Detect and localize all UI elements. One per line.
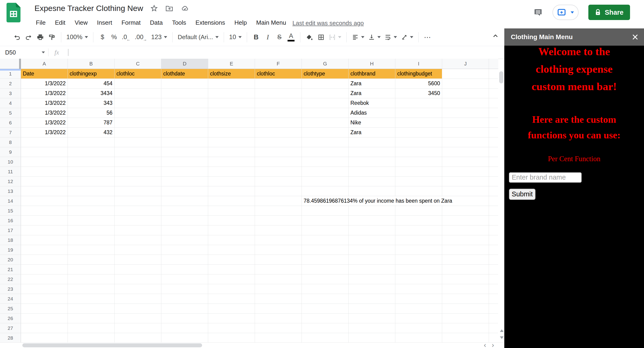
cell-B18[interactable] [68,235,114,245]
cell-D1[interactable]: clothdate [161,69,208,79]
cell-E19[interactable] [208,245,255,255]
cell-B6[interactable]: 787 [68,118,114,128]
cell-D2[interactable] [161,79,208,89]
cell-I24[interactable] [395,294,442,304]
column-header-partial[interactable] [489,59,498,69]
cell-B3[interactable]: 3434 [68,89,114,98]
cell-partial-22[interactable] [489,274,498,284]
cell-I8[interactable] [395,137,442,147]
cell-F20[interactable] [255,255,302,265]
cell-partial-6[interactable] [489,118,498,128]
scroll-down-button[interactable] [500,336,504,339]
cell-I28[interactable] [395,333,442,342]
cell-I3[interactable]: 3450 [395,89,442,98]
cell-C26[interactable] [114,313,161,323]
cell-A20[interactable] [21,255,68,265]
cell-C1[interactable]: clothloc [114,69,161,79]
cell-D6[interactable] [161,118,208,128]
cell-partial-9[interactable] [489,147,498,157]
scroll-right-button[interactable]: › [492,341,494,348]
cell-partial-15[interactable] [489,206,498,216]
cell-partial-3[interactable] [489,89,498,98]
gutter-resize-handle[interactable] [19,59,21,69]
cell-F16[interactable] [255,216,302,225]
cell-J20[interactable] [442,255,489,265]
cell-partial-8[interactable] [489,137,498,147]
cell-F1[interactable]: clothloc [255,69,302,79]
menu-item-view[interactable]: View [73,18,90,27]
cell-D3[interactable] [161,89,208,98]
cell-F4[interactable] [255,98,302,108]
cell-A25[interactable] [21,304,68,313]
cell-C15[interactable] [114,206,161,216]
menu-item-file[interactable]: File [34,18,48,27]
cell-B25[interactable] [68,304,114,313]
cell-A12[interactable] [21,177,68,186]
cell-J6[interactable] [442,118,489,128]
column-header-i[interactable]: I [395,59,442,69]
row-header-22[interactable]: 22 [0,274,21,284]
cell-F22[interactable] [255,274,302,284]
cell-A2[interactable]: 1/3/2022 [21,79,68,89]
cell-H28[interactable] [348,333,395,342]
cell-C21[interactable] [114,265,161,274]
cell-partial-18[interactable] [489,235,498,245]
cell-J21[interactable] [442,265,489,274]
cell-B10[interactable] [68,157,114,167]
borders-button[interactable] [315,31,327,44]
menu-item-edit[interactable]: Edit [53,18,67,27]
cell-E9[interactable] [208,147,255,157]
cell-partial-27[interactable] [489,323,498,333]
cell-G19[interactable] [302,245,348,255]
column-header-d[interactable]: D [161,59,208,69]
cell-partial-20[interactable] [489,255,498,265]
cell-B9[interactable] [68,147,114,157]
cell-D10[interactable] [161,157,208,167]
cell-D18[interactable] [161,235,208,245]
cell-G1[interactable]: clothtype [302,69,348,79]
cell-J12[interactable] [442,177,489,186]
cell-F9[interactable] [255,147,302,157]
cell-B12[interactable] [68,177,114,186]
row-header-12[interactable]: 12 [0,177,21,186]
cell-partial-11[interactable] [489,167,498,177]
row-header-15[interactable]: 15 [0,206,21,216]
cell-H3[interactable]: Zara [348,89,395,98]
cell-partial-5[interactable] [489,108,498,118]
cell-B23[interactable] [68,284,114,294]
cell-I6[interactable] [395,118,442,128]
cell-A23[interactable] [21,284,68,294]
cell-B15[interactable] [68,206,114,216]
cell-D12[interactable] [161,177,208,186]
cell-H6[interactable]: Nike [348,118,395,128]
cell-F17[interactable] [255,225,302,235]
cell-F25[interactable] [255,304,302,313]
row-header-24[interactable]: 24 [0,294,21,304]
column-header-g[interactable]: G [302,59,348,69]
scroll-up-button[interactable] [500,329,504,332]
cell-B2[interactable]: 454 [68,79,114,89]
row-header-23[interactable]: 23 [0,284,21,294]
cell-G12[interactable] [302,177,348,186]
cell-H2[interactable]: Zara [348,79,395,89]
cell-D7[interactable] [161,128,208,137]
cell-A15[interactable] [21,206,68,216]
cell-A10[interactable] [21,157,68,167]
cell-E12[interactable] [208,177,255,186]
cell-A22[interactable] [21,274,68,284]
row-header-2[interactable]: 2 [0,79,21,89]
cell-B21[interactable] [68,265,114,274]
cell-J27[interactable] [442,323,489,333]
cell-A8[interactable] [21,137,68,147]
cell-I7[interactable] [395,128,442,137]
cell-F15[interactable] [255,206,302,216]
cell-B14[interactable] [68,196,114,206]
row-header-9[interactable]: 9 [0,147,21,157]
cell-E22[interactable] [208,274,255,284]
cell-H1[interactable]: clothbrand [348,69,395,79]
cell-F28[interactable] [255,333,302,342]
cell-G4[interactable] [302,98,348,108]
cell-C27[interactable] [114,323,161,333]
zoom-select[interactable]: 100% [64,31,90,44]
cell-D23[interactable] [161,284,208,294]
